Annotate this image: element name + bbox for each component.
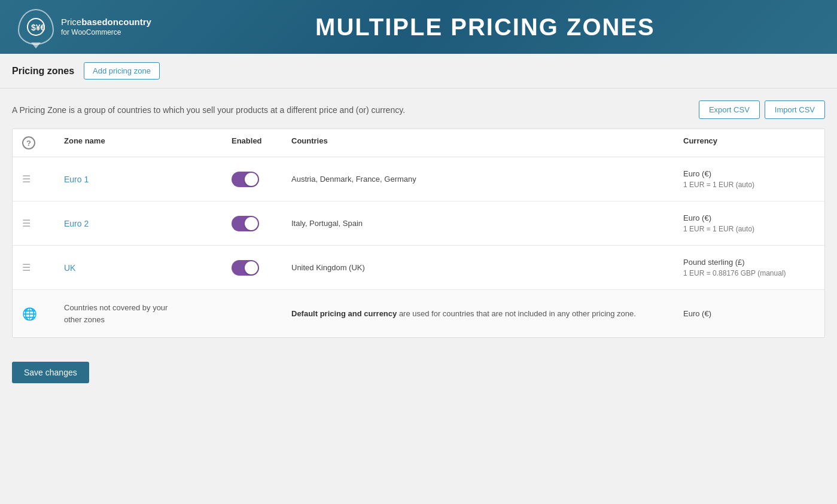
page-header: $¥€ Pricebasedoncountry for WooCommerce … bbox=[0, 0, 837, 54]
logo: $¥€ Pricebasedoncountry for WooCommerce bbox=[18, 9, 151, 45]
zone-link-euro2[interactable]: Euro 2 bbox=[64, 219, 89, 228]
logo-text: Pricebasedoncountry for WooCommerce bbox=[61, 16, 151, 37]
default-zone-currency: Euro (€) bbox=[683, 309, 815, 318]
globe-icon-wrapper: 🌐 bbox=[22, 307, 64, 321]
table-header-row: ? Zone name Enabled Countries Currency bbox=[13, 129, 824, 157]
pricing-zones-table: ? Zone name Enabled Countries Currency ☰… bbox=[12, 129, 825, 338]
zone-name-euro1: Euro 1 bbox=[64, 175, 232, 184]
enabled-column-header: Enabled bbox=[232, 136, 291, 149]
subheader: Pricing zones Add pricing zone bbox=[0, 54, 837, 88]
export-csv-button[interactable]: Export CSV bbox=[699, 100, 760, 119]
description-row: A Pricing Zone is a group of countries t… bbox=[12, 100, 825, 119]
drag-handle-uk[interactable]: ☰ bbox=[22, 262, 64, 273]
svg-text:$¥€: $¥€ bbox=[31, 23, 45, 32]
table-row: ☰ UK United Kingdom (UK) Pound sterling … bbox=[13, 246, 824, 290]
drag-icon: ☰ bbox=[22, 174, 31, 184]
default-zone-description: Default pricing and currency are used fo… bbox=[291, 308, 683, 320]
zone-name-uk: UK bbox=[64, 263, 232, 273]
drag-handle-euro1[interactable]: ☰ bbox=[22, 173, 64, 185]
drag-icon: ☰ bbox=[22, 218, 31, 228]
drag-icon: ☰ bbox=[22, 262, 31, 273]
currency-uk: Pound sterling (£) 1 EUR = 0.88176 GBP (… bbox=[683, 258, 815, 277]
toggle-euro2[interactable] bbox=[232, 216, 259, 231]
toggle-uk-wrapper bbox=[232, 260, 291, 276]
toggle-uk[interactable] bbox=[232, 260, 259, 276]
currency-column-header: Currency bbox=[683, 136, 815, 149]
csv-buttons: Export CSV Import CSV bbox=[699, 100, 825, 119]
countries-euro2: Italy, Portugal, Spain bbox=[291, 219, 683, 228]
drag-handle-euro2[interactable]: ☰ bbox=[22, 218, 64, 229]
toggle-euro2-wrapper bbox=[232, 216, 291, 231]
help-icon[interactable]: ? bbox=[22, 136, 35, 149]
default-zone-label: Countries not covered by your other zone… bbox=[64, 302, 232, 325]
zone-link-euro1[interactable]: Euro 1 bbox=[64, 175, 89, 184]
main-content: A Pricing Zone is a group of countries t… bbox=[0, 88, 837, 350]
currency-euro2: Euro (€) 1 EUR = 1 EUR (auto) bbox=[683, 213, 815, 233]
import-csv-button[interactable]: Import CSV bbox=[765, 100, 825, 119]
table-row: ☰ Euro 2 Italy, Portugal, Spain Euro (€)… bbox=[13, 201, 824, 246]
toggle-euro1[interactable] bbox=[232, 172, 259, 187]
table-row: ☰ Euro 1 Austria, Denmark, France, Germa… bbox=[13, 157, 824, 201]
default-zone-row: 🌐 Countries not covered by your other zo… bbox=[13, 290, 824, 337]
logo-icon: $¥€ bbox=[18, 9, 54, 45]
countries-column-header: Countries bbox=[291, 136, 683, 149]
zone-link-uk[interactable]: UK bbox=[64, 263, 75, 273]
globe-icon: 🌐 bbox=[22, 307, 37, 320]
currency-euro1: Euro (€) 1 EUR = 1 EUR (auto) bbox=[683, 169, 815, 189]
help-column-header: ? bbox=[22, 136, 64, 149]
page-title: MULTIPLE PRICING ZONES bbox=[151, 14, 819, 41]
zone-name-column-header: Zone name bbox=[64, 136, 232, 149]
page-footer: Save changes bbox=[0, 350, 837, 395]
toggle-euro1-wrapper bbox=[232, 172, 291, 187]
pricing-zones-label: Pricing zones bbox=[12, 66, 74, 77]
save-changes-button[interactable]: Save changes bbox=[12, 362, 89, 383]
add-pricing-zone-button[interactable]: Add pricing zone bbox=[84, 62, 160, 80]
zone-name-euro2: Euro 2 bbox=[64, 219, 232, 228]
countries-euro1: Austria, Denmark, France, Germany bbox=[291, 175, 683, 184]
description-text: A Pricing Zone is a group of countries t… bbox=[12, 105, 405, 115]
countries-uk: United Kingdom (UK) bbox=[291, 263, 683, 272]
